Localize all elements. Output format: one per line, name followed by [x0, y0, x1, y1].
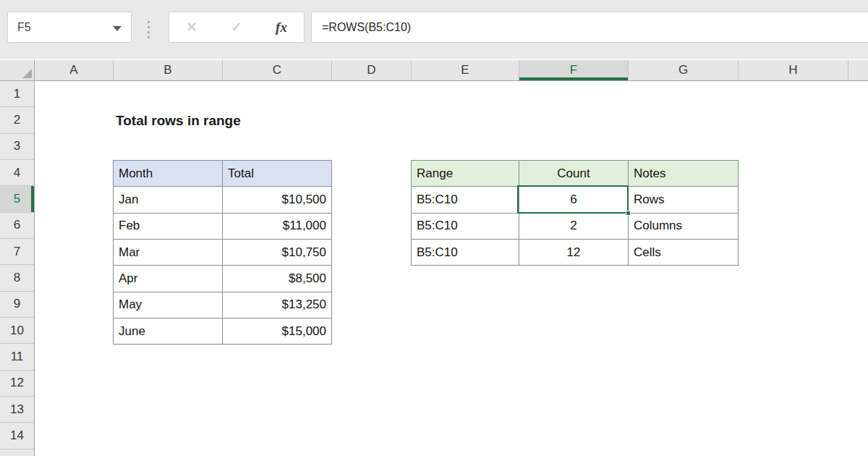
cell[interactable]: B5:C10: [412, 187, 519, 213]
cell[interactable]: May: [114, 292, 223, 318]
table-row: B5:C10 6 Rows: [412, 187, 739, 213]
row-header-9[interactable]: 9: [0, 292, 34, 318]
table-row: May $13,250: [114, 292, 332, 318]
column-headers: A B C D E F G H: [0, 60, 868, 81]
excel-window: F5 ✕ ✓ fx =ROWS(B5:C10) A B C D E F G H …: [0, 0, 868, 456]
month-total-table: Month Total Jan $10,500 Feb $11,000 Mar …: [113, 160, 332, 345]
name-box-value: F5: [8, 21, 31, 34]
row-header-8[interactable]: 8: [0, 265, 34, 291]
cell[interactable]: $10,500: [223, 187, 332, 213]
row-header-11[interactable]: 11: [0, 344, 34, 370]
select-all-triangle-icon: [22, 69, 32, 78]
sheet-canvas[interactable]: Total rows in range Month Total Jan $10,…: [35, 81, 868, 456]
cell[interactable]: Cells: [629, 240, 739, 266]
row-header-4[interactable]: 4: [0, 160, 34, 186]
cell[interactable]: Columns: [629, 213, 739, 239]
row-header-10[interactable]: 10: [0, 318, 34, 344]
toolbar-separator: [148, 21, 150, 38]
range-count-notes-table: Range Count Notes B5:C10 6 Rows B5:C10 2…: [411, 160, 739, 266]
column-header-d[interactable]: D: [332, 60, 412, 80]
selected-row-accent: [31, 186, 34, 211]
cell[interactable]: $13,250: [223, 292, 332, 318]
name-box[interactable]: F5: [7, 12, 132, 43]
cell[interactable]: Mar: [114, 240, 223, 266]
select-all-button[interactable]: [0, 60, 35, 80]
table-row: Apr $8,500: [114, 266, 332, 292]
cancel-icon[interactable]: ✕: [186, 19, 197, 35]
formula-toolbar: F5 ✕ ✓ fx =ROWS(B5:C10): [0, 0, 868, 59]
row-header-14[interactable]: 14: [0, 423, 34, 449]
notes-header-cell[interactable]: Notes: [629, 161, 739, 187]
cell[interactable]: Apr: [114, 266, 223, 292]
table-row: Feb $11,000: [114, 213, 332, 239]
cell[interactable]: Jan: [114, 187, 223, 213]
cell[interactable]: 12: [519, 240, 629, 266]
row-header-5[interactable]: 5: [0, 186, 34, 212]
row-header-2[interactable]: 2: [0, 107, 34, 133]
column-header-h[interactable]: H: [739, 60, 848, 80]
column-header-f[interactable]: F: [519, 60, 629, 80]
count-header-cell[interactable]: Count: [519, 161, 629, 187]
cell[interactable]: 2: [519, 213, 629, 239]
row-header-7[interactable]: 7: [0, 239, 34, 265]
column-header-g[interactable]: G: [629, 60, 739, 80]
table-header-row: Month Total: [114, 161, 332, 187]
total-header-cell[interactable]: Total: [223, 161, 332, 187]
cell[interactable]: Rows: [629, 187, 739, 213]
row-header-6[interactable]: 6: [0, 213, 34, 239]
table-row: Mar $10,750: [114, 240, 332, 266]
column-header-f-label: F: [570, 63, 577, 77]
row-headers: 1 2 3 4 5 6 7 8 9 10 11 12 13 14 15: [0, 81, 35, 456]
row-header-12[interactable]: 12: [0, 371, 34, 397]
cell[interactable]: Feb: [114, 213, 223, 239]
column-header-a[interactable]: A: [35, 60, 114, 80]
range-header-cell[interactable]: Range: [412, 161, 519, 187]
cell[interactable]: B5:C10: [412, 213, 519, 239]
formula-bar[interactable]: =ROWS(B5:C10): [311, 12, 868, 43]
month-header-cell[interactable]: Month: [114, 161, 223, 187]
formula-buttons: ✕ ✓ fx: [169, 12, 305, 43]
column-header-e[interactable]: E: [412, 60, 519, 80]
row-header-15[interactable]: 15: [0, 449, 34, 456]
row-header-3[interactable]: 3: [0, 134, 34, 160]
cell[interactable]: $15,000: [223, 318, 332, 345]
table-row: Jan $10,500: [114, 187, 332, 213]
cell[interactable]: $10,750: [223, 240, 332, 266]
row-header-5-label: 5: [14, 192, 20, 206]
chevron-down-icon[interactable]: [113, 26, 122, 31]
cell[interactable]: $8,500: [223, 266, 332, 292]
table-header-row: Range Count Notes: [412, 161, 739, 187]
column-header-b[interactable]: B: [114, 60, 223, 80]
selected-column-accent: [519, 77, 628, 80]
sheet-title-cell[interactable]: Total rows in range: [116, 107, 241, 134]
cell[interactable]: $11,000: [223, 213, 332, 239]
row-header-13[interactable]: 13: [0, 397, 34, 423]
selected-cell-f5[interactable]: 6: [519, 187, 629, 213]
column-header-c[interactable]: C: [223, 60, 332, 80]
row-header-1[interactable]: 1: [0, 81, 34, 107]
table-row: B5:C10 12 Cells: [412, 240, 739, 266]
table-row: B5:C10 2 Columns: [412, 213, 739, 239]
insert-function-icon[interactable]: fx: [276, 20, 287, 35]
column-header-filler: [848, 60, 868, 80]
enter-icon[interactable]: ✓: [231, 19, 242, 35]
table-row: June $15,000: [114, 318, 332, 345]
formula-text: =ROWS(B5:C10): [312, 21, 411, 34]
cell[interactable]: June: [114, 318, 223, 345]
cell[interactable]: B5:C10: [412, 240, 519, 266]
